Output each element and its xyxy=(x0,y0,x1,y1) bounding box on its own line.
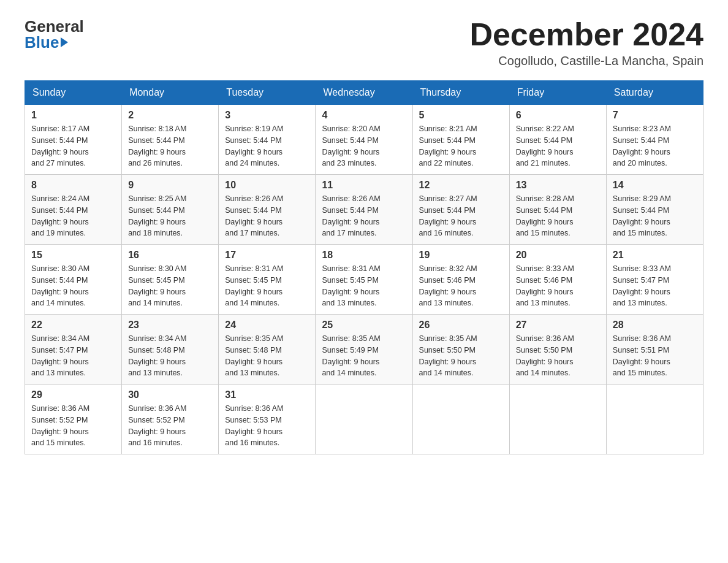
calendar-cell: 21Sunrise: 8:33 AMSunset: 5:47 PMDayligh… xyxy=(606,245,703,315)
day-number: 4 xyxy=(322,110,406,121)
day-number: 16 xyxy=(128,250,212,261)
page-header: General Blue December 2024 Cogolludo, Ca… xyxy=(25,18,703,68)
day-number: 19 xyxy=(419,250,503,261)
calendar-cell: 26Sunrise: 8:35 AMSunset: 5:50 PMDayligh… xyxy=(412,315,509,385)
calendar-cell: 30Sunrise: 8:36 AMSunset: 5:52 PMDayligh… xyxy=(122,385,219,454)
day-info: Sunrise: 8:19 AMSunset: 5:44 PMDaylight:… xyxy=(225,123,309,169)
calendar-cell: 31Sunrise: 8:36 AMSunset: 5:53 PMDayligh… xyxy=(219,385,316,454)
day-number: 6 xyxy=(516,110,600,121)
day-number: 27 xyxy=(516,320,600,331)
calendar-cell: 15Sunrise: 8:30 AMSunset: 5:44 PMDayligh… xyxy=(25,245,122,315)
header-tuesday: Tuesday xyxy=(219,81,316,105)
calendar-cell: 3Sunrise: 8:19 AMSunset: 5:44 PMDaylight… xyxy=(219,105,316,175)
day-info: Sunrise: 8:36 AMSunset: 5:53 PMDaylight:… xyxy=(225,403,309,449)
calendar-cell: 16Sunrise: 8:30 AMSunset: 5:45 PMDayligh… xyxy=(122,245,219,315)
day-number: 17 xyxy=(225,250,309,261)
day-info: Sunrise: 8:30 AMSunset: 5:45 PMDaylight:… xyxy=(128,263,212,309)
calendar-cell: 13Sunrise: 8:28 AMSunset: 5:44 PMDayligh… xyxy=(509,175,606,245)
day-info: Sunrise: 8:36 AMSunset: 5:50 PMDaylight:… xyxy=(516,333,600,379)
day-info: Sunrise: 8:36 AMSunset: 5:51 PMDaylight:… xyxy=(613,333,697,379)
day-info: Sunrise: 8:22 AMSunset: 5:44 PMDaylight:… xyxy=(516,123,600,169)
calendar-cell xyxy=(316,385,412,454)
day-number: 26 xyxy=(419,320,503,331)
day-info: Sunrise: 8:35 AMSunset: 5:49 PMDaylight:… xyxy=(322,333,406,379)
calendar-cell: 17Sunrise: 8:31 AMSunset: 5:45 PMDayligh… xyxy=(219,245,316,315)
day-info: Sunrise: 8:36 AMSunset: 5:52 PMDaylight:… xyxy=(128,403,212,449)
calendar-cell: 4Sunrise: 8:20 AMSunset: 5:44 PMDaylight… xyxy=(316,105,412,175)
day-info: Sunrise: 8:23 AMSunset: 5:44 PMDaylight:… xyxy=(613,123,697,169)
day-info: Sunrise: 8:34 AMSunset: 5:47 PMDaylight:… xyxy=(31,333,115,379)
day-info: Sunrise: 8:26 AMSunset: 5:44 PMDaylight:… xyxy=(225,193,309,239)
day-info: Sunrise: 8:27 AMSunset: 5:44 PMDaylight:… xyxy=(419,193,503,239)
day-number: 25 xyxy=(322,320,406,331)
day-number: 8 xyxy=(31,180,115,191)
day-number: 23 xyxy=(128,320,212,331)
calendar-week-3: 15Sunrise: 8:30 AMSunset: 5:44 PMDayligh… xyxy=(25,245,703,315)
day-info: Sunrise: 8:32 AMSunset: 5:46 PMDaylight:… xyxy=(419,263,503,309)
day-number: 12 xyxy=(419,180,503,191)
day-info: Sunrise: 8:17 AMSunset: 5:44 PMDaylight:… xyxy=(31,123,115,169)
day-number: 10 xyxy=(225,180,309,191)
day-number: 11 xyxy=(322,180,406,191)
calendar-cell xyxy=(509,385,606,454)
calendar-cell: 22Sunrise: 8:34 AMSunset: 5:47 PMDayligh… xyxy=(25,315,122,385)
day-info: Sunrise: 8:24 AMSunset: 5:44 PMDaylight:… xyxy=(31,193,115,239)
day-info: Sunrise: 8:35 AMSunset: 5:50 PMDaylight:… xyxy=(419,333,503,379)
calendar-cell: 5Sunrise: 8:21 AMSunset: 5:44 PMDaylight… xyxy=(412,105,509,175)
calendar-cell: 25Sunrise: 8:35 AMSunset: 5:49 PMDayligh… xyxy=(316,315,412,385)
calendar-cell: 14Sunrise: 8:29 AMSunset: 5:44 PMDayligh… xyxy=(606,175,703,245)
calendar-cell: 7Sunrise: 8:23 AMSunset: 5:44 PMDaylight… xyxy=(606,105,703,175)
day-info: Sunrise: 8:35 AMSunset: 5:48 PMDaylight:… xyxy=(225,333,309,379)
calendar-cell: 19Sunrise: 8:32 AMSunset: 5:46 PMDayligh… xyxy=(412,245,509,315)
day-number: 22 xyxy=(31,320,115,331)
day-number: 9 xyxy=(128,180,212,191)
day-info: Sunrise: 8:34 AMSunset: 5:48 PMDaylight:… xyxy=(128,333,212,379)
calendar-cell: 6Sunrise: 8:22 AMSunset: 5:44 PMDaylight… xyxy=(509,105,606,175)
day-number: 29 xyxy=(31,389,115,400)
calendar-table: SundayMondayTuesdayWednesdayThursdayFrid… xyxy=(25,80,703,454)
calendar-cell: 10Sunrise: 8:26 AMSunset: 5:44 PMDayligh… xyxy=(219,175,316,245)
header-wednesday: Wednesday xyxy=(316,81,412,105)
calendar-cell: 18Sunrise: 8:31 AMSunset: 5:45 PMDayligh… xyxy=(316,245,412,315)
calendar-week-2: 8Sunrise: 8:24 AMSunset: 5:44 PMDaylight… xyxy=(25,175,703,245)
day-number: 7 xyxy=(613,110,697,121)
day-number: 1 xyxy=(31,110,115,121)
calendar-cell: 29Sunrise: 8:36 AMSunset: 5:52 PMDayligh… xyxy=(25,385,122,454)
logo: General Blue xyxy=(25,18,84,50)
day-number: 20 xyxy=(516,250,600,261)
calendar-cell xyxy=(412,385,509,454)
calendar-week-4: 22Sunrise: 8:34 AMSunset: 5:47 PMDayligh… xyxy=(25,315,703,385)
day-info: Sunrise: 8:36 AMSunset: 5:52 PMDaylight:… xyxy=(31,403,115,449)
month-title: December 2024 xyxy=(469,18,703,50)
header-friday: Friday xyxy=(509,81,606,105)
day-number: 14 xyxy=(613,180,697,191)
calendar-cell: 20Sunrise: 8:33 AMSunset: 5:46 PMDayligh… xyxy=(509,245,606,315)
calendar-cell: 23Sunrise: 8:34 AMSunset: 5:48 PMDayligh… xyxy=(122,315,219,385)
calendar-cell: 24Sunrise: 8:35 AMSunset: 5:48 PMDayligh… xyxy=(219,315,316,385)
header-monday: Monday xyxy=(122,81,219,105)
day-number: 3 xyxy=(225,110,309,121)
day-number: 2 xyxy=(128,110,212,121)
calendar-cell: 8Sunrise: 8:24 AMSunset: 5:44 PMDaylight… xyxy=(25,175,122,245)
day-number: 31 xyxy=(225,389,309,400)
calendar-cell: 28Sunrise: 8:36 AMSunset: 5:51 PMDayligh… xyxy=(606,315,703,385)
day-number: 18 xyxy=(322,250,406,261)
logo-blue-text: Blue xyxy=(25,34,84,50)
day-info: Sunrise: 8:28 AMSunset: 5:44 PMDaylight:… xyxy=(516,193,600,239)
day-number: 28 xyxy=(613,320,697,331)
location-subtitle: Cogolludo, Castille-La Mancha, Spain xyxy=(469,54,703,68)
calendar-week-5: 29Sunrise: 8:36 AMSunset: 5:52 PMDayligh… xyxy=(25,385,703,454)
logo-general-text: General xyxy=(25,18,84,34)
calendar-cell xyxy=(606,385,703,454)
day-info: Sunrise: 8:30 AMSunset: 5:44 PMDaylight:… xyxy=(31,263,115,309)
header-saturday: Saturday xyxy=(606,81,703,105)
calendar-header-row: SundayMondayTuesdayWednesdayThursdayFrid… xyxy=(25,81,703,105)
day-number: 24 xyxy=(225,320,309,331)
calendar-cell: 11Sunrise: 8:26 AMSunset: 5:44 PMDayligh… xyxy=(316,175,412,245)
day-number: 13 xyxy=(516,180,600,191)
day-info: Sunrise: 8:18 AMSunset: 5:44 PMDaylight:… xyxy=(128,123,212,169)
calendar-cell: 12Sunrise: 8:27 AMSunset: 5:44 PMDayligh… xyxy=(412,175,509,245)
calendar-cell: 27Sunrise: 8:36 AMSunset: 5:50 PMDayligh… xyxy=(509,315,606,385)
day-number: 21 xyxy=(613,250,697,261)
day-info: Sunrise: 8:29 AMSunset: 5:44 PMDaylight:… xyxy=(613,193,697,239)
